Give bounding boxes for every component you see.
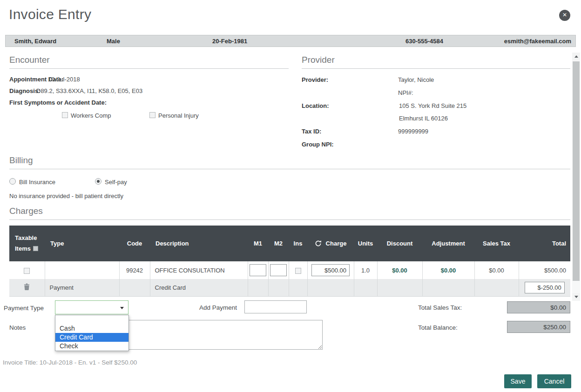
patient-summary-bar: Smith, Edward Male 20-Feb-1981 630-555-4… [5,35,576,47]
encounter-heading: Encounter [9,55,289,69]
col-ins: Ins [289,226,307,261]
m2-input[interactable] [270,264,287,276]
patient-phone: 630-555-4584 [405,38,443,45]
diagnosis-label: Diagnosis: [9,87,40,94]
location-line2: Elmhurst IL 60126 [399,115,448,122]
appointment-date-value: 10-Jul-2018 [48,76,80,83]
charges-header-row: Taxable Items Type Code Description M1 M… [9,226,570,261]
col-charge: Charge [326,240,347,247]
self-pay-label: Self-pay [105,179,127,186]
bill-insurance-label: Bill Insurance [19,179,55,186]
location-label: Location: [302,102,329,109]
total-balance-label: Total Balance: [418,324,458,331]
scrollbar-thumb[interactable] [573,61,580,281]
refresh-icon[interactable] [315,240,322,247]
diagnosis-value: D89.2, S33.6XXA, I11, K58.0, E05, E03 [36,87,142,94]
payment-row: Payment Credit Card [9,279,570,296]
personal-injury-checkbox[interactable] [149,112,155,118]
col-adjustment: Adjustment [422,226,474,261]
col-sales-tax: Sales Tax [474,226,519,261]
select-caret-icon [120,307,124,309]
col-m2: M2 [268,226,289,261]
col-type: Type [45,226,119,261]
invoice-entry-modal: Invoice Entry ✕ Smith, Edward Male 20-Fe… [0,0,581,392]
delete-payment-trash-icon[interactable] [24,283,30,291]
payment-type-dropdown: Cash Credit Card Check [55,315,129,351]
payment-code-cell [119,279,150,296]
tax-id-label: Tax ID: [302,128,321,135]
billing-heading: Billing [9,155,570,169]
dropdown-option-cash[interactable]: Cash [55,324,128,333]
adjustment-link[interactable]: $0.00 [441,267,456,274]
total-sales-tax-field [507,301,570,313]
save-button[interactable]: Save [504,374,532,388]
col-description: Description [150,226,248,261]
provider-npi-label: NPI#: [398,89,413,96]
col-code: Code [119,226,150,261]
payment-total-input[interactable] [525,282,565,293]
dropdown-option-credit-card[interactable]: Credit Card [55,333,128,342]
patient-dob: 20-Feb-1981 [212,38,247,45]
vertical-scrollbar[interactable] [572,53,580,301]
close-button[interactable]: ✕ [559,10,570,21]
patient-name: Smith, Edward [14,38,56,45]
charge-description-cell: OFFICE CONSULTATION [150,261,248,279]
payment-type-select[interactable] [55,300,128,314]
tax-id-value: 999999999 [398,128,428,135]
workers-comp-checkbox[interactable] [62,112,68,118]
taxable-items-select-all-checkbox[interactable] [33,246,38,251]
m1-input[interactable] [250,264,266,276]
charge-code-cell: 99242 [119,261,150,279]
provider-heading: Provider [302,55,570,69]
scroll-down-button[interactable] [572,293,580,301]
workers-comp-label: Workers Comp [71,112,111,119]
charge-type-cell [45,261,119,279]
payment-type-label: Payment Type [4,305,44,312]
charge-row: 99242 OFFICE CONSULTATION 1.0 $0.00 $0.0… [9,261,570,279]
page-title: Invoice Entry [9,7,91,22]
sales-tax-cell: $0.00 [474,261,519,279]
provider-name: Taylor, Nicole [398,76,434,83]
dropdown-option-blank[interactable] [55,315,128,324]
billing-note: No insurance provided - bill patient dir… [9,193,123,199]
payment-description-cell: Credit Card [150,279,248,296]
charges-table: Taxable Items Type Code Description M1 M… [9,226,570,297]
location-line1: 105 S. York Rd Suite 215 [399,102,466,109]
scroll-up-icon [574,55,578,58]
personal-injury-label: Personal Injury [158,112,199,119]
add-payment-input[interactable] [244,300,307,313]
col-units: Units [354,226,377,261]
charge-amount-input[interactable] [311,264,350,276]
total-balance-field [507,321,570,333]
col-discount: Discount [377,226,422,261]
invoice-title-text: Invoice Title: 10-Jul-2018 - En. v1 - Se… [3,359,137,366]
patient-sex: Male [107,38,120,45]
first-symptoms-label: First Symptoms or Accident Date: [9,99,107,106]
charges-heading: Charges [9,206,570,220]
col-total: Total [519,226,570,261]
payment-type-cell: Payment [45,279,119,296]
provider-label: Provider: [302,76,328,83]
col-m1: M1 [248,226,268,261]
cancel-button[interactable]: Cancel [537,374,571,388]
dropdown-option-check[interactable]: Check [55,342,128,351]
total-sales-tax-label: Total Sales Tax: [418,304,462,311]
close-icon: ✕ [562,12,567,18]
group-npi-label: Group NPI: [302,141,334,148]
total-cell: $500.00 [519,261,570,279]
add-payment-label: Add Payment [199,304,237,311]
scroll-down-icon [574,296,578,298]
notes-label: Notes [9,324,26,331]
discount-link[interactable]: $0.00 [392,267,407,274]
bill-insurance-radio[interactable] [9,178,16,185]
ins-checkbox[interactable] [295,268,301,274]
scroll-up-button[interactable] [572,53,580,60]
units-cell: 1.0 [354,261,377,279]
patient-email: esmith@fakeemail.com [504,38,571,45]
self-pay-radio[interactable] [95,178,101,185]
row-taxable-checkbox[interactable] [24,268,30,274]
